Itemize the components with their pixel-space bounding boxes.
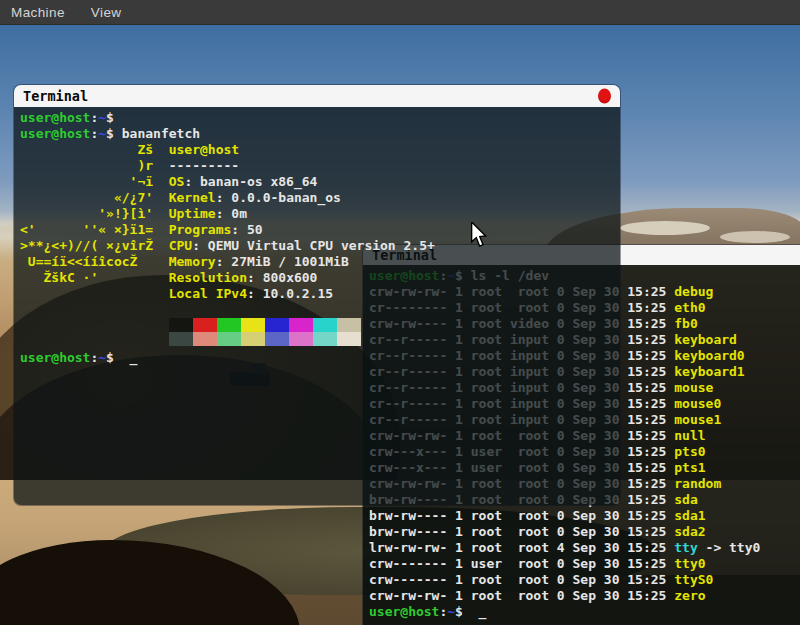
file-name: tty0 xyxy=(674,556,705,571)
text-segment: : xyxy=(216,190,232,205)
terminal-line: brw-rw---- 1 root root 0 Sep 30 15:25 sd… xyxy=(369,524,800,540)
prompt-path: ~ xyxy=(98,350,106,365)
text-segment: : xyxy=(247,286,263,301)
terminal-line: >**¿<+)//( ×¿vîrŽ CPU: QEMU Virtual CPU … xyxy=(20,238,614,254)
close-button[interactable] xyxy=(598,89,611,104)
fetch-value: QEMU Virtual CPU version 2.5+ xyxy=(208,238,435,253)
file-name: pts1 xyxy=(674,460,705,475)
text-segment: : xyxy=(216,206,232,221)
text-segment: $ xyxy=(106,350,122,365)
fetch-host: user@host xyxy=(169,142,239,157)
file-name: null xyxy=(674,428,705,443)
fetch-ascii-art: ŽškC ·' xyxy=(20,270,169,285)
palette-swatch xyxy=(241,318,265,332)
palette-swatch xyxy=(313,332,337,346)
prompt-path: ~ xyxy=(447,604,455,619)
file-name: random xyxy=(674,476,721,491)
file-name: sda1 xyxy=(674,508,705,523)
terminal-line xyxy=(20,302,614,318)
file-name: keyboard1 xyxy=(674,364,744,379)
text-cursor: _ xyxy=(471,604,487,619)
fetch-ascii-art xyxy=(20,286,169,301)
text-segment: : xyxy=(247,270,263,285)
terminal-line: Local IPv4: 10.0.2.15 xyxy=(20,286,614,302)
fetch-ascii-art: >**¿<+)//( ×¿vîrŽ xyxy=(20,238,169,253)
prompt-user: user@host xyxy=(20,126,90,141)
file-name: keyboard xyxy=(674,332,737,347)
palette-swatch xyxy=(217,332,241,346)
terminal-line: user@host:~$ _ xyxy=(369,604,800,620)
command-text: bananfetch xyxy=(122,126,200,141)
fetch-ascii-art: '¬ï xyxy=(20,174,169,189)
prompt-user: user@host xyxy=(369,604,439,619)
file-name: keyboard0 xyxy=(674,348,744,363)
terminal-line: Zš user@host xyxy=(20,142,614,158)
text-segment: $ xyxy=(455,604,471,619)
terminal1-content[interactable]: user@host:~$ user@host:~$ bananfetch Zš … xyxy=(14,107,620,505)
terminal1-titlebar[interactable]: Terminal xyxy=(14,85,620,107)
palette-swatch xyxy=(289,332,313,346)
file-name: zero xyxy=(674,588,705,603)
fetch-value: 27MiB / 1001MiB xyxy=(231,254,348,269)
file-name: eth0 xyxy=(674,300,705,315)
fetch-separator: --------- xyxy=(169,158,239,173)
terminal1-title: Terminal xyxy=(23,88,88,104)
fetch-value: banan-os x86_64 xyxy=(200,174,317,189)
text-segment: $ xyxy=(106,110,122,125)
palette-swatch xyxy=(313,318,337,332)
prompt-user: user@host xyxy=(20,110,90,125)
menu-machine[interactable]: Machine xyxy=(11,5,65,20)
fetch-label: Uptime xyxy=(169,206,216,221)
fetch-ascii-art: '»!}[ì' xyxy=(20,206,169,221)
fetch-label: Memory xyxy=(169,254,216,269)
text-segment: : xyxy=(216,254,232,269)
text-segment: : xyxy=(184,174,200,189)
file-name: debug xyxy=(674,284,713,299)
palette-swatch xyxy=(169,332,193,346)
terminal-line: '¬ï OS: banan-os x86_64 xyxy=(20,174,614,190)
vm-menubar: Machine View xyxy=(0,0,800,25)
menu-view[interactable]: View xyxy=(91,5,122,20)
terminal-line: «/¿7' Kernel: 0.0.0-banan_os xyxy=(20,190,614,206)
palette-swatch xyxy=(217,318,241,332)
terminal-line: crw-rw-rw- 1 root root 0 Sep 30 15:25 ze… xyxy=(369,588,800,604)
fetch-value: 0.0.0-banan_os xyxy=(231,190,341,205)
file-name: mouse0 xyxy=(674,396,721,411)
fetch-ascii-art: U==íï<<ííîcocŽ xyxy=(20,254,169,269)
prompt-path: ~ xyxy=(98,110,106,125)
text-segment xyxy=(20,302,28,317)
file-meta: crw------- 1 user root 0 Sep 30 15:25 xyxy=(369,556,674,571)
terminal-window-fetch[interactable]: Terminal user@host:~$ user@host:~$ banan… xyxy=(14,85,620,505)
file-name: pts0 xyxy=(674,444,705,459)
fetch-label: OS xyxy=(169,174,185,189)
file-name: fb0 xyxy=(674,316,697,331)
text-segment: : xyxy=(192,238,208,253)
mountain-highlight xyxy=(720,231,790,243)
file-meta: crw------- 1 root root 0 Sep 30 15:25 xyxy=(369,572,674,587)
fetch-ascii-art: )r xyxy=(20,158,169,173)
terminal-line: crw------- 1 user root 0 Sep 30 15:25 tt… xyxy=(369,556,800,572)
palette-swatch xyxy=(241,332,265,346)
fetch-label: Resolution xyxy=(169,270,247,285)
terminal-line: U==íï<<ííîcocŽ Memory: 27MiB / 1001MiB xyxy=(20,254,614,270)
fetch-label: CPU xyxy=(169,238,192,253)
file-name: ttyS0 xyxy=(674,572,713,587)
terminal-line: '»!}[ì' Uptime: 0m xyxy=(20,206,614,222)
fetch-value: 10.0.2.15 xyxy=(263,286,333,301)
terminal-line: )r --------- xyxy=(20,158,614,174)
text-cursor: _ xyxy=(122,350,138,365)
palette-swatch xyxy=(169,318,193,332)
terminal-line: user@host:~$ bananfetch xyxy=(20,126,614,142)
mouse-cursor-icon xyxy=(470,222,487,248)
palette-swatch xyxy=(265,332,289,346)
mountain-highlight xyxy=(620,221,710,235)
text-segment: : xyxy=(231,222,247,237)
fetch-ascii-art: «/¿7' xyxy=(20,190,169,205)
prompt-user: user@host xyxy=(20,350,90,365)
fetch-value: 50 xyxy=(247,222,263,237)
terminal-line: brw-rw---- 1 root root 0 Sep 30 15:25 sd… xyxy=(369,508,800,524)
terminal-line: user@host:~$ _ xyxy=(20,350,614,366)
palette-swatch xyxy=(337,332,361,346)
terminal-line: crw------- 1 root root 0 Sep 30 15:25 tt… xyxy=(369,572,800,588)
fetch-value: 0m xyxy=(231,206,247,221)
